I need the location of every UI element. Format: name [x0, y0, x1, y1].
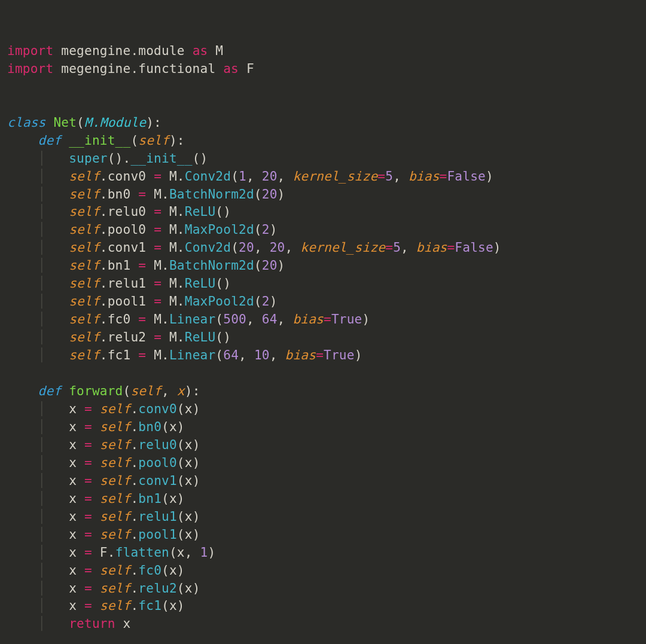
var-x: x	[69, 581, 77, 596]
call-fc1: fc1	[138, 598, 162, 613]
attr-relu1: relu1	[108, 276, 147, 291]
var-x: x	[69, 419, 77, 434]
num: 1	[239, 169, 246, 184]
var-x: x	[185, 437, 193, 452]
base-class: M.Module	[84, 115, 146, 130]
call-conv1: conv1	[138, 473, 177, 488]
call-linear: Linear	[169, 347, 215, 362]
self-ref: self	[100, 401, 131, 416]
var-x: x	[185, 473, 193, 488]
call-pool0: pool0	[138, 455, 177, 470]
kwarg-kernel-size: kernel_size	[292, 169, 377, 184]
num: 2	[262, 294, 270, 309]
kwarg-bias: bias	[292, 312, 324, 326]
call-batchnorm2d: BatchNorm2d	[169, 258, 254, 273]
var-x: x	[69, 401, 77, 416]
call-conv0: conv0	[138, 401, 177, 416]
mod-M: M	[169, 294, 177, 309]
call-flatten: flatten	[115, 545, 169, 560]
call-relu: ReLU	[185, 329, 216, 344]
kwarg-bias: bias	[409, 169, 440, 184]
call-maxpool2d: MaxPool2d	[185, 294, 254, 309]
var-x: x	[69, 563, 77, 578]
class-name: Net	[53, 115, 77, 130]
var-x: x	[69, 527, 77, 542]
attr-relu0: relu0	[108, 204, 147, 219]
keyword-def: def	[38, 133, 62, 148]
var-x: x	[177, 545, 185, 560]
param-x: x	[177, 383, 185, 398]
param-self: self	[130, 383, 162, 398]
num: 20	[262, 169, 278, 184]
call-maxpool2d: MaxPool2d	[185, 222, 254, 237]
self-ref: self	[69, 312, 100, 326]
kwarg-bias: bias	[416, 240, 447, 255]
attr-fc0: fc0	[108, 312, 131, 326]
self-ref: self	[69, 240, 100, 255]
keyword-class: class	[7, 115, 46, 130]
num: 10	[254, 347, 270, 362]
call-relu: ReLU	[185, 276, 216, 291]
bool-false: False	[455, 240, 493, 255]
attr-relu2: relu2	[108, 329, 147, 344]
attr-conv0: conv0	[108, 169, 147, 184]
num: 64	[223, 347, 239, 362]
bool-true: True	[331, 312, 362, 326]
mod-M: M	[154, 312, 162, 326]
var-x: x	[185, 509, 193, 524]
keyword-as: as	[223, 61, 239, 76]
alias-M: M	[215, 43, 223, 58]
var-x: x	[185, 581, 193, 596]
call-conv2d: Conv2d	[185, 169, 231, 184]
num: 5	[393, 240, 401, 255]
kwarg-bias: bias	[285, 347, 316, 362]
keyword-as: as	[193, 43, 208, 58]
mod-M: M	[169, 204, 177, 219]
attr-pool1: pool1	[108, 294, 147, 309]
self-ref: self	[100, 598, 131, 613]
num: 64	[262, 312, 278, 326]
code-block: import megengine.module as M import mege…	[7, 42, 639, 633]
bool-false: False	[447, 169, 486, 184]
call-linear: Linear	[169, 312, 215, 326]
attr-bn0: bn0	[108, 187, 131, 202]
self-ref: self	[69, 347, 100, 362]
attr-bn1: bn1	[108, 258, 131, 273]
keyword-def: def	[38, 383, 62, 398]
num: 20	[270, 240, 285, 255]
alias-F: F	[246, 61, 254, 76]
var-x: x	[69, 598, 77, 613]
self-ref: self	[69, 169, 100, 184]
self-ref: self	[100, 581, 131, 596]
self-ref: self	[100, 455, 131, 470]
mod-M: M	[169, 222, 177, 237]
self-ref: self	[69, 276, 100, 291]
bool-true: True	[324, 347, 355, 362]
call-conv2d: Conv2d	[185, 240, 231, 255]
attr-fc1: fc1	[108, 347, 131, 362]
keyword-import: import	[7, 61, 53, 76]
num: 20	[262, 258, 278, 273]
attr-conv1: conv1	[108, 240, 147, 255]
self-ref: self	[69, 258, 100, 273]
call-pool1: pool1	[138, 527, 177, 542]
method-forward: forward	[69, 383, 123, 398]
self-ref: self	[100, 563, 131, 578]
mod-M: M	[169, 169, 177, 184]
self-ref: self	[100, 509, 131, 524]
self-ref: self	[100, 527, 131, 542]
call-relu: ReLU	[185, 204, 216, 219]
call-init: __init__	[130, 151, 192, 166]
call-relu1: relu1	[138, 509, 177, 524]
var-x: x	[69, 455, 77, 470]
call-bn1: bn1	[138, 491, 162, 506]
mod-F: F	[100, 545, 108, 560]
self-ref: self	[69, 329, 100, 344]
param-self: self	[138, 133, 169, 148]
var-x: x	[169, 563, 177, 578]
var-x: x	[69, 545, 77, 560]
var-x: x	[185, 527, 193, 542]
mod-M: M	[154, 187, 162, 202]
self-ref: self	[69, 204, 100, 219]
var-x: x	[185, 455, 193, 470]
